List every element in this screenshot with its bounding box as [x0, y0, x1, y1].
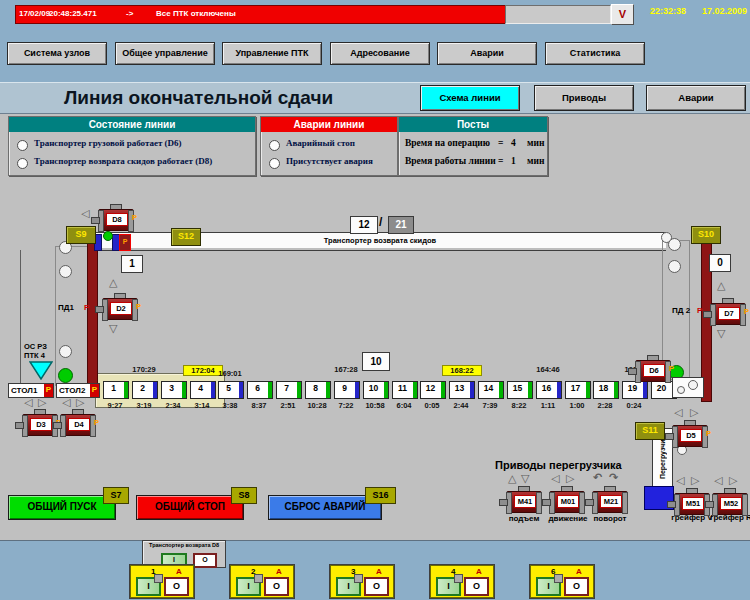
- io-off-button[interactable]: O: [164, 577, 189, 596]
- io-on-button[interactable]: I: [536, 577, 561, 596]
- d5-left-arrow-icon: ◁: [674, 406, 682, 419]
- motor-d7-label: D7: [718, 307, 740, 320]
- menu-button-ptk-control[interactable]: Управление ПТК: [222, 42, 322, 65]
- panel-posts: Посты Время на операцию = 4 мин Время ра…: [398, 116, 548, 176]
- state-square-icon: [154, 574, 163, 583]
- lift-pd2-label: ПД 2: [672, 306, 690, 315]
- motor-m21[interactable]: M21: [590, 486, 630, 514]
- counter-mid: 10: [362, 352, 390, 371]
- motor-m41[interactable]: M41: [504, 486, 544, 514]
- table-stol2[interactable]: СТОЛ2 P: [56, 383, 100, 398]
- motor-d8[interactable]: D8P: [96, 204, 136, 232]
- position-cell-10: 10: [363, 381, 389, 399]
- table-stol1[interactable]: СТОЛ1 P: [8, 383, 54, 398]
- alarm-message: Все ПТК отключены: [156, 9, 236, 18]
- position-cell-16: 16: [536, 381, 562, 399]
- menu-button-statistics[interactable]: Статистика: [545, 42, 645, 65]
- motor-p-badge: P: [136, 302, 141, 311]
- skid-present-indicator: [58, 368, 73, 383]
- motor-d2[interactable]: D2P: [100, 293, 140, 321]
- position-cell-14: 14: [478, 381, 504, 399]
- position-cell-7: 7: [276, 381, 302, 399]
- motor-m21-label: M21: [600, 495, 622, 508]
- tab-line-scheme[interactable]: Схема линии: [420, 85, 520, 111]
- motor-d6[interactable]: D6P: [633, 355, 673, 383]
- d7-up-arrow-icon: △: [717, 279, 725, 292]
- roller: [677, 386, 685, 394]
- menu-button-general-control[interactable]: Общее управление: [115, 42, 215, 65]
- skid-box: [672, 377, 704, 398]
- alarm-date: 17/02/09: [19, 9, 50, 18]
- motor-m52[interactable]: M52: [710, 488, 750, 516]
- general-stop-button[interactable]: ОБЩИЙ СТОП: [136, 495, 244, 520]
- check-icon: V: [619, 8, 626, 20]
- state-square-icon: [354, 574, 363, 583]
- motor-p-badge: P: [132, 213, 137, 222]
- motor-d4[interactable]: D4P: [58, 409, 98, 437]
- position-cell-9: 9: [334, 381, 360, 399]
- cycle-time: 169:01: [211, 369, 249, 378]
- position-number: 2: [133, 383, 152, 393]
- panel-posts-header: Посты: [399, 117, 547, 132]
- indicator-alarm-present: [269, 158, 280, 169]
- motor-d4-label: D4: [68, 418, 90, 431]
- menu-button-alarms[interactable]: Аварии: [437, 42, 537, 65]
- posts-row-value: 1: [511, 156, 516, 166]
- roller: [59, 265, 72, 278]
- position-state-bar: [182, 382, 186, 398]
- table-stol1-p: P: [44, 384, 53, 397]
- position-cell-5: 5: [218, 381, 244, 399]
- io-on-button[interactable]: I: [136, 577, 161, 596]
- io-on-button[interactable]: I: [436, 577, 461, 596]
- roller: [688, 380, 698, 390]
- position-state-bar: [153, 382, 157, 398]
- tag-s7: S7: [103, 487, 129, 504]
- motor-p-badge: P: [744, 307, 749, 316]
- io-panel-3: 3AIO: [330, 565, 394, 598]
- io-off-button[interactable]: O: [564, 577, 589, 596]
- d8-off-button[interactable]: O: [193, 553, 217, 568]
- motor-m01[interactable]: M01: [547, 486, 587, 514]
- d2-up-arrow-icon: △: [109, 276, 117, 289]
- position-state-bar: [384, 382, 388, 398]
- menu-button-system-nodes[interactable]: Система узлов: [7, 42, 107, 65]
- cycle-time: 170:29: [125, 365, 163, 374]
- motor-d8-label: D8: [106, 213, 128, 226]
- position-cell-11: 11: [392, 381, 418, 399]
- position-number: 14: [479, 383, 498, 393]
- posts-row-unit: мин: [527, 156, 544, 166]
- alarm-ack-button[interactable]: V: [611, 4, 634, 25]
- alarm-banner[interactable]: 17/02/09 20:48:25.471 -> Все ПТК отключе…: [15, 5, 507, 24]
- general-start-button[interactable]: ОБЩИЙ ПУСК: [8, 495, 116, 520]
- table-stol1-label: СТОЛ1: [9, 386, 37, 395]
- io-off-button[interactable]: O: [264, 577, 289, 596]
- line-alarm-item: Аварийный стоп: [286, 138, 355, 148]
- system-clock: 22:32:38 17.02.2009: [650, 6, 747, 16]
- os-rz-label: ОС РЗ: [24, 342, 47, 351]
- motor-d5[interactable]: D5P: [670, 420, 710, 448]
- io-on-button[interactable]: I: [336, 577, 361, 596]
- motor-d2-label: D2: [110, 302, 132, 315]
- panel-line-alarms: Аварии линии Аварийный стоп Присутствует…: [260, 116, 398, 176]
- io-off-button[interactable]: O: [464, 577, 489, 596]
- io-on-button[interactable]: I: [236, 577, 261, 596]
- position-number: 5: [219, 383, 238, 393]
- motor-d7[interactable]: D7P: [708, 298, 748, 326]
- m41-down-arrow-icon: ▽: [521, 472, 529, 485]
- tab-alarms[interactable]: Аварии: [646, 85, 746, 111]
- motor-p-badge: P: [94, 418, 99, 427]
- position-state-bar: [211, 382, 215, 398]
- menu-button-addressing[interactable]: Адресование: [330, 42, 430, 65]
- clock-date: 17.02.2009: [702, 6, 747, 16]
- io-off-button[interactable]: O: [364, 577, 389, 596]
- tab-drives[interactable]: Приводы: [534, 85, 634, 111]
- indicator-estop: [269, 140, 280, 151]
- sensor-s9: S9: [66, 226, 96, 244]
- m21-ccw-arrow-icon: ↶: [593, 471, 602, 484]
- tag-s16: S16: [365, 487, 396, 504]
- m41-up-arrow-icon: △: [508, 472, 516, 485]
- position-number: 20: [652, 383, 671, 393]
- panel-line-state-header: Состояние линии: [9, 117, 255, 132]
- motor-m52-label: M52: [720, 497, 742, 510]
- sensor-s11: S11: [635, 422, 665, 440]
